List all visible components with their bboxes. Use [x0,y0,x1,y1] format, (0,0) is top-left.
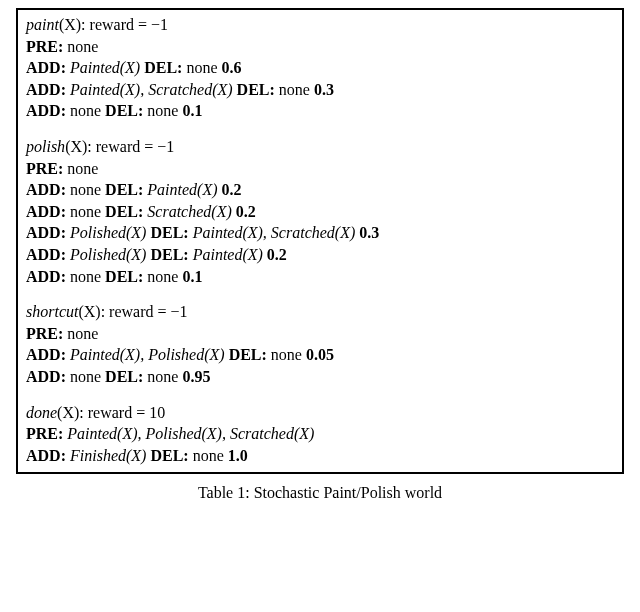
pre-row: PRE: none [26,158,614,180]
action-arg: (X) [57,404,79,421]
add-value: Painted(X), Scratched(X) [70,81,233,98]
add-label: ADD: [26,59,66,76]
add-value: none [70,368,101,385]
del-label: DEL: [150,447,188,464]
action-arg: (X) [59,16,81,33]
effect-row: ADD: Painted(X), Scratched(X) DEL: none … [26,79,614,101]
del-value: none [271,346,302,363]
effect-row: ADD: Polished(X) DEL: Painted(X), Scratc… [26,222,614,244]
del-value: none [186,59,217,76]
effect-row: ADD: none DEL: Scratched(X) 0.2 [26,201,614,223]
reward-sep: : reward = [81,16,151,33]
action-paint: paint(X): reward = −1 PRE: none ADD: Pai… [26,14,614,122]
pre-value: none [67,38,98,55]
table-caption: Table 1: Stochastic Paint/Polish world [16,484,624,502]
add-value: Polished(X) [70,224,146,241]
effect-row: ADD: Painted(X) DEL: none 0.6 [26,57,614,79]
prob-value: 0.2 [236,203,256,220]
pre-row: PRE: none [26,323,614,345]
add-value: none [70,203,101,220]
effect-row: ADD: none DEL: none 0.1 [26,266,614,288]
pre-value: none [67,325,98,342]
prob-value: 0.2 [267,246,287,263]
action-name: polish [26,138,65,155]
del-label: DEL: [105,203,143,220]
action-arg: (X) [65,138,87,155]
action-done: done(X): reward = 10 PRE: Painted(X), Po… [26,402,614,467]
prob-value: 0.2 [222,181,242,198]
add-label: ADD: [26,246,66,263]
table-box: paint(X): reward = −1 PRE: none ADD: Pai… [16,8,624,474]
action-header: polish(X): reward = −1 [26,136,614,158]
del-value: none [147,102,178,119]
action-name: done [26,404,57,421]
del-value: none [279,81,310,98]
prob-value: 0.05 [306,346,334,363]
reward-value: −1 [171,303,188,320]
action-polish: polish(X): reward = −1 PRE: none ADD: no… [26,136,614,287]
action-header: paint(X): reward = −1 [26,14,614,36]
del-value: Painted(X) [193,246,263,263]
prob-value: 0.1 [182,268,202,285]
add-label: ADD: [26,346,66,363]
add-label: ADD: [26,181,66,198]
add-label: ADD: [26,368,66,385]
del-value: Scratched(X) [147,203,231,220]
reward-value: 10 [149,404,165,421]
reward-sep: : reward = [87,138,157,155]
effect-row: ADD: Finished(X) DEL: none 1.0 [26,445,614,467]
pre-label: PRE: [26,425,63,442]
del-label: DEL: [144,59,182,76]
add-label: ADD: [26,268,66,285]
add-value: none [70,268,101,285]
action-arg: (X) [78,303,100,320]
del-value: none [147,268,178,285]
add-value: Painted(X), Polished(X) [70,346,225,363]
add-label: ADD: [26,203,66,220]
del-label: DEL: [150,224,188,241]
reward-value: −1 [157,138,174,155]
del-label: DEL: [150,246,188,263]
del-label: DEL: [105,368,143,385]
prob-value: 0.1 [182,102,202,119]
prob-value: 0.3 [359,224,379,241]
pre-row: PRE: Painted(X), Polished(X), Scratched(… [26,423,614,445]
del-label: DEL: [105,268,143,285]
del-value: none [147,368,178,385]
effect-row: ADD: Polished(X) DEL: Painted(X) 0.2 [26,244,614,266]
pre-label: PRE: [26,38,63,55]
action-name: paint [26,16,59,33]
add-label: ADD: [26,81,66,98]
pre-value: Painted(X), Polished(X), Scratched(X) [67,425,314,442]
del-value: none [193,447,224,464]
prob-value: 1.0 [228,447,248,464]
del-label: DEL: [237,81,275,98]
add-value: Polished(X) [70,246,146,263]
reward-sep: : reward = [79,404,149,421]
pre-row: PRE: none [26,36,614,58]
add-label: ADD: [26,224,66,241]
action-header: shortcut(X): reward = −1 [26,301,614,323]
reward-value: −1 [151,16,168,33]
pre-label: PRE: [26,160,63,177]
add-label: ADD: [26,102,66,119]
prob-value: 0.6 [222,59,242,76]
prob-value: 0.3 [314,81,334,98]
action-shortcut: shortcut(X): reward = −1 PRE: none ADD: … [26,301,614,387]
add-value: Finished(X) [70,447,146,464]
effect-row: ADD: Painted(X), Polished(X) DEL: none 0… [26,344,614,366]
effect-row: ADD: none DEL: Painted(X) 0.2 [26,179,614,201]
add-value: Painted(X) [70,59,140,76]
effect-row: ADD: none DEL: none 0.95 [26,366,614,388]
del-label: DEL: [105,181,143,198]
pre-label: PRE: [26,325,63,342]
add-value: none [70,102,101,119]
effect-row: ADD: none DEL: none 0.1 [26,100,614,122]
del-label: DEL: [105,102,143,119]
del-value: Painted(X), Scratched(X) [193,224,356,241]
add-label: ADD: [26,447,66,464]
pre-value: none [67,160,98,177]
add-value: none [70,181,101,198]
del-label: DEL: [229,346,267,363]
del-value: Painted(X) [147,181,217,198]
